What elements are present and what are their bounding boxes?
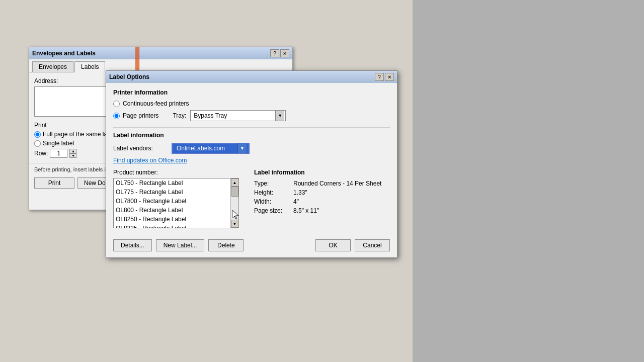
scroll-thumb[interactable] bbox=[231, 187, 238, 197]
product-number-section: Product number: OL750 - Rectangle Label … bbox=[113, 169, 244, 228]
new-label-button[interactable]: New Label... bbox=[156, 239, 205, 251]
pagesize-value: 8.5" x 11" bbox=[293, 207, 319, 214]
row-spin-down[interactable]: ▼ bbox=[69, 153, 76, 158]
divider1 bbox=[113, 127, 390, 128]
continuous-feed-row: Continuous-feed printers bbox=[113, 100, 390, 107]
env-titlebar: Envelopes and Labels ? ✕ bbox=[29, 47, 292, 59]
vendor-select-value: OnlineLabels.com bbox=[175, 145, 237, 152]
ok-button[interactable]: OK bbox=[315, 239, 351, 251]
row-spin-up[interactable]: ▲ bbox=[69, 149, 76, 153]
tray-select-value: Bypass Tray bbox=[192, 112, 275, 119]
list-item[interactable]: OL8325 - Rectangle Label bbox=[114, 224, 230, 228]
printer-info-label: Printer information bbox=[113, 89, 390, 96]
label-info-section: Label information Label vendors: OnlineL… bbox=[113, 132, 390, 164]
full-page-label: Full page of the same label bbox=[43, 131, 115, 138]
page-printers-radio[interactable] bbox=[113, 113, 120, 119]
scroll-track bbox=[231, 187, 238, 220]
scroll-down-arrow[interactable]: ▼ bbox=[231, 220, 239, 228]
row-label: Row: bbox=[34, 150, 48, 157]
label-right-buttons: OK Cancel bbox=[315, 239, 390, 251]
delete-button[interactable]: Delete bbox=[208, 239, 244, 251]
product-number-label: Product number: bbox=[113, 169, 244, 176]
vendor-row: Label vendors: OnlineLabels.com ▼ bbox=[113, 143, 390, 154]
vendor-select[interactable]: OnlineLabels.com ▼ bbox=[172, 143, 250, 154]
product-label-row: Product number: OL750 - Rectangle Label … bbox=[113, 169, 390, 228]
vendor-dropdown-arrow-icon[interactable]: ▼ bbox=[237, 143, 247, 153]
label-info-panel-title: Label information bbox=[254, 169, 390, 176]
cancel-label-button[interactable]: Cancel bbox=[355, 239, 390, 251]
env-title-buttons: ? ✕ bbox=[270, 49, 289, 57]
env-close-button[interactable]: ✕ bbox=[280, 49, 289, 57]
tray-select[interactable]: Bypass Tray ▼ bbox=[190, 110, 286, 121]
pagesize-row: Page size: 8.5" x 11" bbox=[254, 207, 390, 214]
type-row: Type: Rounded Corners - 14 Per Sheet bbox=[254, 180, 390, 187]
height-value: 1.33" bbox=[293, 189, 307, 196]
vendor-label: Label vendors: bbox=[113, 145, 169, 152]
label-title-buttons: ? ✕ bbox=[375, 73, 394, 81]
pagesize-key: Page size: bbox=[254, 207, 289, 214]
label-titlebar: Label Options ? ✕ bbox=[106, 71, 397, 83]
label-close-button[interactable]: ✕ bbox=[385, 73, 394, 81]
label-dialog-title: Label Options bbox=[109, 73, 149, 80]
product-scrollbar: ▲ ▼ bbox=[230, 178, 238, 228]
label-info-panel: Label information Type: Rounded Corners … bbox=[254, 169, 390, 228]
single-label-text: Single label bbox=[43, 140, 74, 147]
type-value: Rounded Corners - 14 Per Sheet bbox=[293, 180, 381, 187]
list-item[interactable]: OL775 - Rectangle Label bbox=[114, 188, 230, 197]
printer-info-section: Printer information Continuous-feed prin… bbox=[113, 89, 390, 121]
label-help-button[interactable]: ? bbox=[375, 73, 384, 81]
env-help-button[interactable]: ? bbox=[270, 49, 279, 57]
print-button[interactable]: Print bbox=[34, 177, 74, 189]
tray-row: Tray: Bypass Tray ▼ bbox=[173, 110, 286, 121]
page-printers-row: Page printers Tray: Bypass Tray ▼ bbox=[113, 110, 390, 121]
list-item[interactable]: OL7800 - Rectangle Label bbox=[114, 197, 230, 206]
width-row: Width: 4" bbox=[254, 198, 390, 205]
product-list-container: OL750 - Rectangle Label OL775 - Rectangl… bbox=[113, 178, 239, 228]
width-value: 4" bbox=[293, 198, 299, 205]
row-spinner: ▲ ▼ bbox=[69, 149, 76, 158]
find-updates-link[interactable]: Find updates on Office.com bbox=[113, 157, 390, 164]
continuous-feed-label: Continuous-feed printers bbox=[123, 100, 189, 107]
details-button[interactable]: Details... bbox=[113, 239, 152, 251]
label-body: Printer information Continuous-feed prin… bbox=[106, 83, 397, 234]
tray-label: Tray: bbox=[173, 112, 186, 119]
label-bottom-buttons: Details... New Label... Delete OK Cancel bbox=[106, 234, 397, 257]
product-list: OL750 - Rectangle Label OL775 - Rectangl… bbox=[114, 178, 230, 228]
scroll-up-arrow[interactable]: ▲ bbox=[231, 178, 239, 187]
tab-envelopes[interactable]: Envelopes bbox=[32, 61, 73, 72]
label-info-header: Label information bbox=[113, 132, 390, 139]
background-right bbox=[413, 0, 644, 362]
continuous-feed-radio[interactable] bbox=[113, 101, 120, 107]
env-dialog-title: Envelopes and Labels bbox=[32, 50, 96, 57]
tab-labels[interactable]: Labels bbox=[74, 61, 105, 72]
height-row: Height: 1.33" bbox=[254, 189, 390, 196]
type-key: Type: bbox=[254, 180, 289, 187]
width-key: Width: bbox=[254, 198, 289, 205]
list-item[interactable]: OL750 - Rectangle Label bbox=[114, 178, 230, 188]
label-options-dialog: Label Options ? ✕ Printer information Co… bbox=[106, 70, 397, 258]
list-item[interactable]: OL8250 - Rectangle Label bbox=[114, 215, 230, 224]
label-left-buttons: Details... New Label... Delete bbox=[113, 239, 244, 251]
row-input[interactable] bbox=[50, 149, 67, 158]
height-key: Height: bbox=[254, 189, 289, 196]
list-item[interactable]: OL800 - Rectangle Label bbox=[114, 206, 230, 215]
page-printers-label: Page printers bbox=[123, 112, 158, 119]
tray-dropdown-arrow-icon[interactable]: ▼ bbox=[275, 111, 284, 121]
